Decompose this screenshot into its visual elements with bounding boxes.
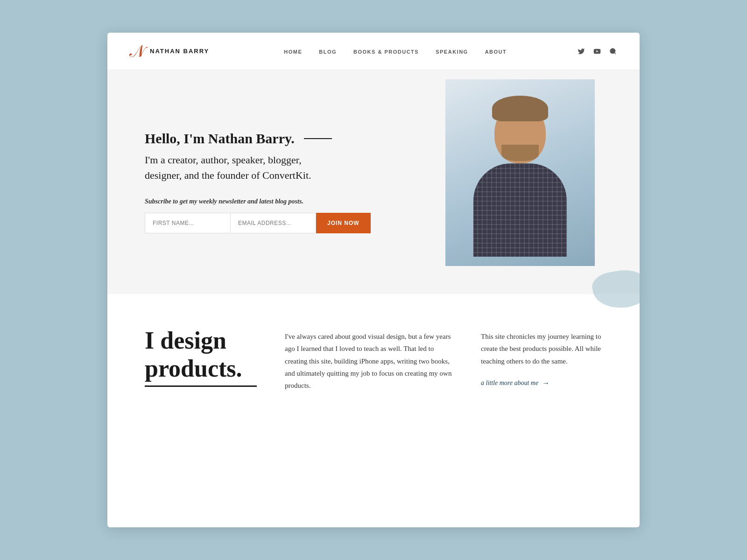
hero-title: Hello, I'm Nathan Barry. [145,131,295,147]
email-input[interactable] [230,213,316,233]
svg-point-1 [610,49,615,54]
about-link[interactable]: a little more about me → [481,379,550,387]
products-body-text: I've always cared about good visual desi… [285,330,453,392]
products-heading-line1: I design [145,327,257,355]
hero-section: Hello, I'm Nathan Barry. I'm a creator, … [107,70,640,294]
site-header: 𝒩 NATHAN BARRY HOME BLOG BOOKS & PRODUCT… [107,33,640,70]
twitter-icon[interactable] [577,47,585,56]
header-social-icons [577,47,617,56]
nav-about[interactable]: ABOUT [485,49,507,55]
products-heading: I design products. [145,327,257,387]
main-nav: HOME BLOG BOOKS & PRODUCTS SPEAKING ABOU… [209,47,507,56]
products-cta-col: This site chronicles my journey learning… [481,327,602,387]
products-cta-text: This site chronicles my journey learning… [481,330,602,367]
hero-content: Hello, I'm Nathan Barry. I'm a creator, … [107,70,400,294]
person-figure [459,89,581,266]
join-button[interactable]: JOIN NOW [316,213,371,233]
heading-underline [145,385,257,387]
products-heading-line2: products. [145,355,257,387]
products-body-text-col: I've always cared about good visual desi… [285,327,453,392]
first-name-input[interactable] [145,213,230,233]
youtube-icon[interactable] [593,47,601,56]
arrow-icon: → [542,379,550,387]
nav-speaking[interactable]: SPEAKING [436,49,468,55]
subscribe-label: Subscribe to get my weekly newsletter an… [145,198,372,205]
nav-home[interactable]: HOME [284,49,302,55]
about-link-label: a little more about me [481,379,538,387]
person-head [494,103,546,163]
svg-line-2 [614,53,616,54]
subscribe-form: JOIN NOW [145,213,345,233]
hero-photo [445,79,595,266]
logo-monogram: 𝒩 [130,43,143,60]
nav-blog[interactable]: BLOG [319,49,337,55]
hero-subtext: I'm a creator, author, speaker, blogger,… [145,152,341,183]
logo-link[interactable]: 𝒩 NATHAN BARRY [130,43,209,60]
hero-heading: Hello, I'm Nathan Barry. [145,131,372,147]
products-heading-col: I design products. [145,327,257,387]
browser-window: 𝒩 NATHAN BARRY HOME BLOG BOOKS & PRODUCT… [107,33,640,527]
products-section: I design products. I've always cared abo… [107,294,640,424]
nav-books-products[interactable]: BOOKS & PRODUCTS [353,49,419,55]
heading-divider [304,138,332,139]
person-body [473,163,567,257]
site-name: NATHAN BARRY [150,48,209,55]
hero-image-area [400,70,640,294]
search-icon[interactable] [609,47,617,56]
